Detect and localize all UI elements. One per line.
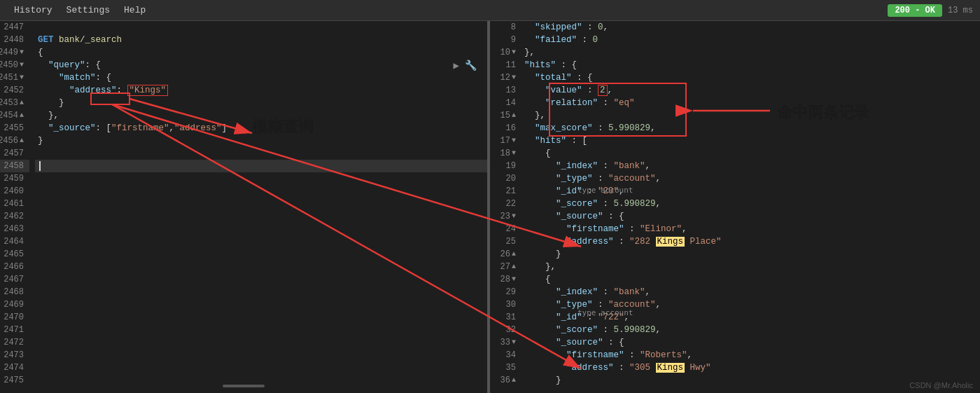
code-line-2470 — [35, 311, 487, 324]
r-line-30: "_type" : "account", — [522, 298, 980, 311]
menu-help[interactable]: Help — [117, 2, 153, 18]
r-line-31: "_id" : "722", — [522, 311, 980, 324]
code-line-2471 — [35, 324, 487, 336]
r-line-13: "value" : 2, — [522, 84, 980, 97]
code-line-2453: } — [35, 97, 487, 109]
left-panel[interactable]: 2447 2448 2449 ▼ 2450 ▼ 2451 ▼ 2452 2453… — [0, 21, 490, 393]
code-line-2472 — [35, 336, 487, 349]
editor-toolbar: ▶ 🔧 — [454, 60, 477, 71]
code-line-2469 — [35, 298, 487, 311]
main-content: 2447 2448 2449 ▼ 2450 ▼ 2451 ▼ 2452 2453… — [0, 21, 980, 393]
r-line-19: "_index" : "bank", — [522, 160, 980, 172]
code-line-2458 — [35, 160, 487, 172]
code-line-2462 — [35, 210, 487, 223]
code-line-2447 — [35, 21, 487, 34]
r-line-9: "failed" : 0 — [522, 34, 980, 46]
right-code-content[interactable]: "skipped" : 0, "failed" : 0 }, "hits" : … — [522, 21, 980, 393]
r-line-27: }, — [522, 261, 980, 273]
r-line-26: } — [522, 248, 980, 261]
scrollbar[interactable] — [223, 385, 265, 387]
status-ok-label: 200 - OK — [888, 4, 942, 17]
r-line-11: "hits" : { — [522, 59, 980, 71]
code-line-2457 — [35, 147, 487, 160]
r-line-24: "firstname" : "Elinor", — [522, 223, 980, 235]
r-line-28: { — [522, 273, 980, 286]
r-line-34: "firstname" : "Roberts", — [522, 349, 980, 361]
r-line-15: }, — [522, 109, 980, 122]
code-line-2464 — [35, 235, 487, 248]
status-time-label: 13 ms — [948, 6, 973, 15]
code-line-2467 — [35, 273, 487, 286]
menu-history[interactable]: History — [7, 2, 59, 18]
r-line-8: "skipped" : 0, — [522, 21, 980, 34]
code-line-2465 — [35, 248, 487, 261]
run-icon[interactable]: ▶ — [454, 60, 459, 71]
r-line-16: "max_score" : 5.990829, — [522, 122, 980, 135]
code-line-2459 — [35, 172, 487, 185]
r-line-22: "_score" : 5.990829, — [522, 198, 980, 210]
r-line-12: "total" : { — [522, 71, 980, 84]
r-line-29: "_index" : "bank", — [522, 286, 980, 298]
code-line-2449: { — [35, 46, 487, 59]
menu-settings[interactable]: Settings — [59, 2, 117, 18]
code-line-2448: GET bank/_search — [35, 34, 487, 46]
code-line-2452: "address": "Kings" — [35, 84, 487, 97]
code-line-2456: } — [35, 135, 487, 147]
r-line-20: "_type" : "account", — [522, 172, 980, 185]
code-line-2463 — [35, 223, 487, 235]
right-panel[interactable]: 8 9 10 ▼ 11 12 ▼ 13 14 15 ▲ 16 17 ▼ 18 ▼… — [490, 21, 980, 393]
left-code-content[interactable]: GET bank/_search { "query": { "match": {… — [35, 21, 487, 393]
r-line-21: "_id" : "20", — [522, 185, 980, 198]
code-line-2473 — [35, 349, 487, 361]
code-line-2460 — [35, 185, 487, 198]
r-line-18: { — [522, 147, 980, 160]
menu-bar: History Settings Help 200 - OK 13 ms — [0, 0, 980, 21]
code-line-2466 — [35, 261, 487, 273]
right-line-numbers: 8 9 10 ▼ 11 12 ▼ 13 14 15 ▲ 16 17 ▼ 18 ▼… — [490, 21, 522, 393]
r-line-35: "address" : "305 Kings Hwy" — [522, 361, 980, 374]
code-line-2450: "query": { — [35, 59, 487, 71]
code-line-2468 — [35, 286, 487, 298]
code-line-2454: }, — [35, 109, 487, 122]
r-line-23: "_source" : { — [522, 210, 980, 223]
r-line-10: }, — [522, 46, 980, 59]
r-line-33: "_source" : { — [522, 336, 980, 349]
watermark: CSDN @Mr.Aholic — [909, 381, 973, 389]
r-line-25: "address" : "282 Kings Place" — [522, 235, 980, 248]
r-line-14: "relation" : "eq" — [522, 97, 980, 109]
r-line-32: "_score" : 5.990829, — [522, 324, 980, 336]
wrench-icon[interactable]: 🔧 — [465, 60, 477, 71]
left-line-numbers: 2447 2448 2449 ▼ 2450 ▼ 2451 ▼ 2452 2453… — [0, 21, 35, 393]
code-line-2474 — [35, 361, 487, 374]
status-badge: 200 - OK 13 ms — [888, 4, 973, 17]
code-line-2455: "_source": ["firstname","address"] — [35, 122, 487, 135]
code-line-2461 — [35, 198, 487, 210]
r-line-17: "hits" : [ — [522, 135, 980, 147]
code-line-2451: "match": { — [35, 71, 487, 84]
